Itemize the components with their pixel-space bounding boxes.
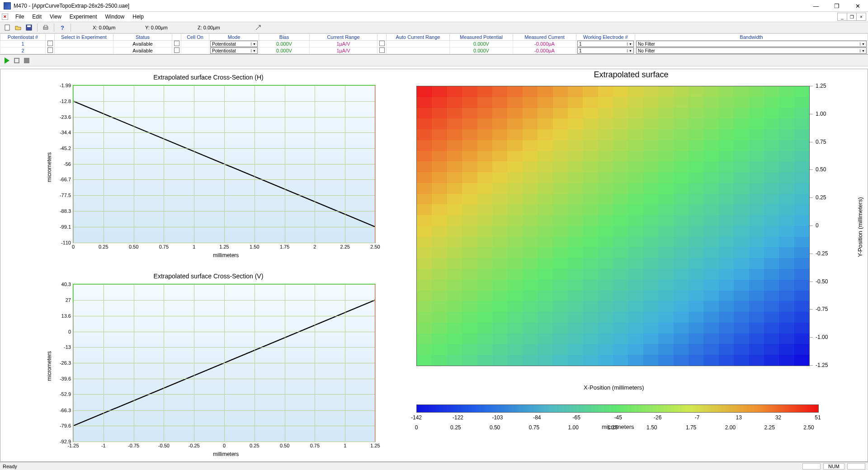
dropdown[interactable]: No Filter▼ — [636, 41, 867, 47]
save-icon[interactable] — [24, 23, 33, 32]
dropdown[interactable]: Potentiostat▼ — [210, 47, 258, 54]
cell-potentiostat-num: 2 — [0, 47, 46, 54]
heatmap-tick-y: -0.50 — [809, 278, 834, 285]
checkbox-icon[interactable] — [174, 41, 179, 46]
tick-x: 1 — [344, 443, 346, 448]
colorbar-gradient — [416, 404, 819, 413]
cell-auto-checkbox[interactable] — [377, 47, 387, 54]
cell-mode[interactable]: Potentiostat▼ — [209, 47, 259, 54]
app-icon — [4, 2, 11, 9]
heatmap-tick-y: -1.25 — [809, 362, 834, 368]
cell-bias: 0.000V — [259, 47, 310, 54]
dropdown[interactable]: 1▼ — [577, 47, 634, 54]
grid-header[interactable]: Measured Current — [513, 34, 576, 41]
heatmap-tick-x: 2.00 — [725, 424, 736, 431]
stop-button[interactable] — [24, 58, 29, 63]
mdi-minimize-button[interactable]: _ — [837, 13, 847, 21]
checkbox-icon[interactable] — [47, 47, 53, 53]
dropdown[interactable]: 1▼ — [577, 41, 634, 47]
cell-select-in-exp — [55, 41, 113, 47]
minimize-button[interactable]: — — [806, 0, 826, 12]
grid-header[interactable]: Auto Current Range — [387, 34, 450, 41]
chart-v-xlabel: millimeters — [213, 451, 239, 457]
svg-rect-4 — [44, 25, 47, 27]
chart-h-plot[interactable]: 00.250.500.7511.251.501.7522.252.50-1.99… — [73, 85, 376, 243]
open-icon[interactable] — [14, 23, 23, 32]
chart-v-plot[interactable]: -1.25-1-0.75-0.50-0.2500.250.500.7511.25… — [73, 284, 376, 442]
standard-toolbar: ? X: 0.00µm Y: 0.00µm Z: 0.00µm — [0, 22, 868, 33]
grid-header[interactable]: Potentiostat # — [0, 34, 46, 41]
mdi-restore-button[interactable]: ❐ — [847, 13, 857, 21]
grid-header[interactable]: Cell On — [181, 34, 209, 41]
pause-stop-button[interactable] — [14, 58, 19, 63]
grid-header[interactable]: Current Range — [310, 34, 377, 41]
grid-header[interactable] — [46, 34, 55, 41]
dropdown[interactable]: Potentiostat▼ — [210, 41, 258, 47]
close-document-icon[interactable]: ✕ — [2, 14, 8, 20]
grid-header[interactable]: Bias — [259, 34, 310, 41]
menu-edit[interactable]: Edit — [28, 13, 45, 21]
checkbox-icon[interactable] — [379, 41, 385, 46]
cell-mode[interactable]: Potentiostat▼ — [209, 41, 259, 47]
new-icon[interactable] — [3, 23, 12, 32]
play-button[interactable] — [5, 57, 9, 64]
heatmap-tick-x: 0.50 — [490, 424, 500, 431]
help-icon[interactable]: ? — [58, 23, 67, 32]
tick-y: 40.3 — [61, 282, 71, 287]
grid-header[interactable] — [172, 34, 181, 41]
close-button[interactable]: ✕ — [847, 0, 868, 12]
cell-bandwidth[interactable]: No Filter▼ — [635, 47, 868, 54]
tick-x: 1.25 — [219, 244, 229, 249]
menu-view[interactable]: View — [46, 13, 65, 21]
go-to-origin-icon[interactable] — [254, 23, 263, 32]
cell-select-in-exp — [55, 47, 113, 54]
grid-header[interactable]: Mode — [209, 34, 259, 41]
cell-checkbox[interactable] — [46, 41, 55, 47]
grid-header[interactable]: Working Electrode # — [576, 34, 635, 41]
svg-rect-2 — [27, 25, 31, 27]
grid-header[interactable]: Status — [113, 34, 172, 41]
grid-header[interactable]: Select in Experiment — [55, 34, 113, 41]
window-title: M470 - [ApprCurveTopoExtrap-26x26-2500.u… — [14, 3, 129, 9]
menu-experiment[interactable]: Experiment — [66, 13, 101, 21]
title-bar: M470 - [ApprCurveTopoExtrap-26x26-2500.u… — [0, 0, 868, 12]
menu-help[interactable]: Help — [129, 13, 147, 21]
heatmap-plot[interactable] — [416, 86, 810, 366]
tick-y: -66.7 — [60, 177, 71, 182]
checkbox-icon[interactable] — [47, 41, 53, 46]
cell-working-electrode[interactable]: 1▼ — [576, 41, 635, 47]
colorbar-tick: -122 — [453, 414, 463, 421]
dropdown[interactable]: No Filter▼ — [636, 47, 867, 54]
cell-bandwidth[interactable]: No Filter▼ — [635, 41, 868, 47]
cell-cell-checkbox[interactable] — [172, 47, 181, 54]
cell-auto-checkbox[interactable] — [377, 41, 387, 47]
print-icon[interactable] — [41, 23, 50, 32]
cell-measured-potential: 0.000V — [450, 47, 513, 54]
potentiostat-grid: Potentiostat #Select in ExperimentStatus… — [0, 33, 868, 55]
heatmap-tick-x: 1.50 — [646, 424, 657, 431]
checkbox-icon[interactable] — [174, 47, 179, 53]
heatmap-ylabel: Y-Position (millimeters) — [857, 197, 863, 257]
chart-document-area: Extrapolated surface Cross-Section (H) 0… — [0, 69, 868, 462]
grid-header[interactable]: Bandwidth — [635, 34, 868, 41]
tick-y: -1.99 — [60, 83, 71, 88]
grid-header[interactable] — [377, 34, 387, 41]
cell-checkbox[interactable] — [46, 47, 55, 54]
mdi-close-button[interactable]: × — [856, 13, 866, 21]
status-num: NUM — [823, 463, 844, 470]
cell-working-electrode[interactable]: 1▼ — [576, 47, 635, 54]
menu-file[interactable]: File — [12, 13, 28, 21]
tick-y: -77.5 — [60, 193, 71, 198]
checkbox-icon[interactable] — [379, 47, 385, 53]
heatmap-tick-y: 0 — [809, 222, 834, 229]
heatmap-tick-y: -0.75 — [809, 306, 834, 312]
tick-x: 1.75 — [280, 244, 289, 249]
tick-x: -1 — [101, 443, 106, 448]
menu-window[interactable]: Window — [102, 13, 128, 21]
maximize-button[interactable]: ❐ — [826, 0, 847, 12]
tick-y: -79.6 — [60, 423, 71, 428]
cell-cell-checkbox[interactable] — [172, 41, 181, 47]
grid-header[interactable]: Measured Potential — [450, 34, 513, 41]
colorbar-tick: 51 — [815, 414, 821, 421]
tick-y: -99.1 — [60, 224, 71, 230]
